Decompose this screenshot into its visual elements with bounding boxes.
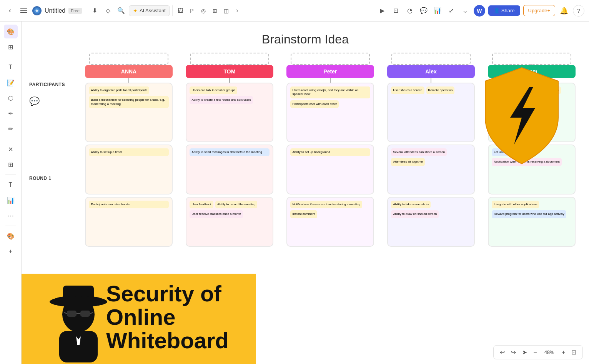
upgrade-button[interactable]: Upgrade+ [523, 5, 555, 16]
present-button[interactable]: ⊡ [391, 5, 401, 16]
sidebar-palette2[interactable]: 🎨 [4, 229, 18, 243]
anna-round3: Participants can raise hands [85, 197, 172, 247]
tool-2[interactable]: P [186, 5, 197, 16]
cursor-tool-button[interactable]: ➤ [521, 348, 529, 357]
sidebar-add[interactable]: + [4, 244, 18, 258]
sticky-note: Ability to record the meeting [215, 201, 257, 208]
sticky-note: Ability to set up background [290, 148, 370, 156]
sticky-note: Participants can raise hands [89, 201, 168, 208]
sticky-note: Ability to draw on shared screen [391, 210, 439, 218]
zoom-out-button[interactable]: − [532, 348, 538, 357]
tool-1[interactable]: 🖼 [175, 5, 186, 16]
peter-round2: Ability to set up background [286, 145, 374, 194]
sidebar-divider-2 [5, 139, 16, 139]
tom-round3: User feedback Ability to record the meet… [186, 197, 273, 247]
badge-anna: ANNA [85, 65, 172, 78]
play-button[interactable]: ▶ [377, 5, 388, 16]
sidebar-dots[interactable]: ⋯ [4, 209, 18, 223]
sidebar-table[interactable]: ⊞ [4, 158, 18, 171]
sticky-note: Remote operation [426, 86, 455, 94]
alex-round3: Ability to take screenshots Ability to d… [387, 197, 474, 247]
chart-button[interactable]: 📊 [432, 5, 443, 16]
download-button[interactable]: ⬇ [90, 5, 100, 16]
more-tools-button[interactable]: › [233, 6, 242, 15]
peter-round1: Users react using emojis, and they are v… [286, 83, 374, 142]
badge-tom: TOM [186, 65, 273, 78]
shield-overlay [474, 64, 570, 169]
bottom-toolbar: ↩ ↪ ➤ − 48% + ⊡ [493, 345, 583, 359]
ai-assistant-button[interactable]: ✦ AI Assistant [129, 5, 170, 16]
timer-button[interactable]: ◔ [404, 5, 415, 16]
round1-label: ROUND 1 [29, 176, 79, 181]
sticky-note: Ability to organize polls for all partic… [89, 86, 149, 94]
sidebar-divider-3 [5, 175, 16, 175]
sidebar-chart[interactable]: 📊 [4, 193, 18, 207]
spy-svg [43, 274, 114, 362]
peter-round3: Notifications if users are inactive duri… [286, 197, 374, 247]
column-alex: Alex User shares a screen Remote operati… [381, 53, 481, 247]
user-avatar: W [474, 5, 485, 17]
expand-button[interactable]: ⌵ [460, 5, 471, 16]
sidebar-pencil[interactable]: ✏ [4, 122, 18, 136]
sidebar-notes[interactable]: 📝 [4, 76, 18, 90]
sticky-note: User shares a screen [391, 86, 424, 94]
svg-rect-6 [59, 331, 98, 362]
column-peter: Peter Users react using emojis, and they… [281, 53, 380, 247]
participants-label: PARTICIPANTS [29, 74, 79, 95]
sticky-note: Users can talk in smaller groups [190, 86, 237, 94]
sidebar-text[interactable]: T [4, 60, 18, 74]
top-bar-left: ‹ Untitled Free [5, 5, 82, 16]
ai-star-icon: ✦ [133, 8, 138, 14]
sidebar-pen[interactable]: ✒ [4, 106, 18, 120]
sticky-note: User feedback [190, 201, 213, 208]
sidebar-divider-1 [5, 57, 16, 57]
cursor-button[interactable]: ⤢ [446, 5, 457, 16]
undo-button[interactable]: ↩ [498, 348, 506, 357]
canvas-area[interactable]: Brainstorm Idea PARTICIPANTS 💬 ROUND 1 [22, 22, 589, 364]
notification-button[interactable]: 🔔 [558, 5, 570, 17]
chat-icon: 💬 [29, 96, 79, 106]
sidebar-text2[interactable]: T [4, 178, 18, 192]
left-sidebar: 🎨 ⊞ T 📝 ⬡ ✒ ✏ ✕ ⊞ T 📊 ⋯ 🎨 + [0, 22, 22, 364]
tool-5[interactable]: ◫ [221, 5, 232, 16]
sticky-note: User receive statistics once a month [190, 210, 243, 218]
sidebar-frames[interactable]: ⊞ [4, 40, 18, 54]
sticky-note: Attendees sit together [391, 158, 425, 166]
zoom-level: 48% [542, 349, 557, 355]
menu-button[interactable] [18, 5, 29, 16]
sticky-note: Ability to take screenshots [391, 201, 431, 208]
security-text: Security of Online Whiteboard [106, 282, 245, 352]
sticky-note: Instant comment [290, 210, 317, 218]
fit-button[interactable]: ⊡ [570, 348, 578, 357]
sidebar-cross[interactable]: ✕ [4, 142, 18, 156]
share-button[interactable]: 👤 Share [488, 5, 520, 16]
tool-3[interactable]: ◎ [198, 5, 209, 16]
top-bar-center: ⬇ ◇ 🔍 ✦ AI Assistant 🖼 P ◎ ⊞ ◫ › [85, 5, 374, 16]
top-bar-right: ▶ ⊡ ◔ 💬 📊 ⤢ ⌵ W 👤 Share Upgrade+ 🔔 ? [377, 5, 584, 17]
comment-button[interactable]: 💬 [418, 5, 429, 16]
search-button[interactable]: 🔍 [116, 5, 126, 16]
sam-round3: Integrate with other applications Reward… [488, 197, 575, 247]
zoom-in-button[interactable]: + [560, 348, 567, 357]
redo-button[interactable]: ↪ [509, 348, 517, 357]
tom-round1: Users can talk in smaller groups Ability… [186, 83, 273, 142]
sticky-note: Several attendees can share a screen [391, 148, 447, 156]
tag-button[interactable]: ◇ [103, 5, 113, 16]
free-badge: Free [68, 8, 82, 14]
row-labels: PARTICIPANTS 💬 ROUND 1 [29, 53, 79, 247]
sticky-note: Notifications if users are inactive duri… [290, 201, 362, 208]
sticky-note: Integrate with other applications [492, 201, 539, 208]
sidebar-palette[interactable]: 🎨 [4, 25, 18, 38]
page-title: Brainstorm Idea [22, 22, 589, 53]
alex-round1: User shares a screen Remote operation [387, 83, 474, 142]
svg-rect-8 [67, 311, 77, 317]
sticky-note: Ability to create a few rooms and split … [190, 96, 253, 104]
sidebar-shapes[interactable]: ⬡ [4, 91, 18, 105]
help-button[interactable]: ? [573, 5, 584, 17]
sticky-note: Build a mechanism for selecting people f… [89, 96, 168, 108]
tool-4[interactable]: ⊞ [210, 5, 220, 16]
back-button[interactable]: ‹ [5, 5, 15, 16]
share-label: Share [501, 8, 515, 13]
sidebar-divider-4 [5, 226, 16, 226]
tom-round2: Ability to send messages in chat before … [186, 145, 273, 194]
